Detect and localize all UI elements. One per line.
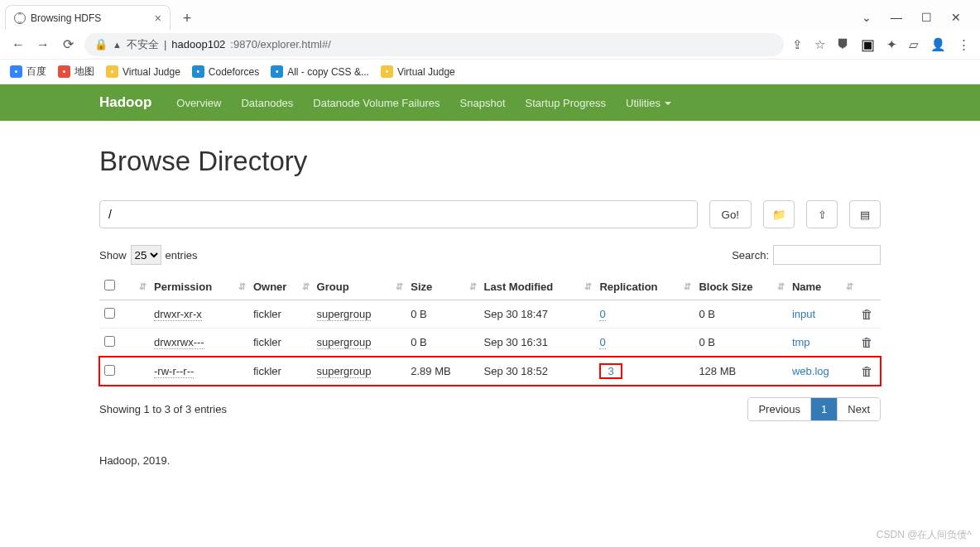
copyright: Hadoop, 2019.: [99, 454, 881, 467]
minimize-icon[interactable]: —: [884, 11, 909, 24]
replication-value[interactable]: 0: [599, 308, 605, 321]
sort-icon[interactable]: ⇵: [584, 281, 589, 292]
star-icon[interactable]: ☆: [814, 37, 825, 52]
file-name-link[interactable]: tmp: [792, 336, 810, 348]
sort-icon[interactable]: ⇵: [777, 281, 782, 292]
lock-icon: 🔒: [94, 38, 108, 50]
page-size-select[interactable]: 25: [131, 245, 161, 265]
nav-snapshot[interactable]: Snapshot: [460, 97, 506, 109]
shield-icon[interactable]: ⛊: [837, 37, 849, 51]
next-page[interactable]: Next: [837, 398, 880, 420]
bookmark-item[interactable]: •Virtual Judge: [381, 65, 455, 78]
owner: fickler: [248, 357, 312, 386]
bookmark-item[interactable]: •Codeforces: [192, 65, 259, 78]
row-checkbox[interactable]: [104, 365, 115, 376]
show-label: Show: [99, 249, 127, 262]
nav-startup[interactable]: Startup Progress: [526, 97, 607, 109]
trash-icon[interactable]: 🗑: [861, 364, 873, 378]
ext1-icon[interactable]: ▣: [861, 36, 875, 54]
pipe: |: [164, 38, 166, 50]
browser-tab[interactable]: Browsing HDFS ×: [5, 5, 171, 30]
url-host: hadoop102: [171, 38, 225, 50]
close-window-icon[interactable]: ✕: [944, 11, 968, 24]
cut-button[interactable]: ▤: [849, 200, 881, 228]
puzzle-icon[interactable]: ✦: [886, 37, 897, 52]
path-input[interactable]: [99, 200, 698, 228]
table-row: -rw-r--r--ficklersupergroup2.89 MBSep 30…: [99, 357, 881, 386]
prev-page[interactable]: Previous: [748, 398, 810, 420]
insecure-label: 不安全: [127, 37, 159, 52]
forward-button[interactable]: →: [35, 37, 51, 52]
url-path: :9870/explorer.html#/: [230, 38, 330, 50]
group: supergroup: [317, 308, 372, 321]
new-tab-button[interactable]: +: [175, 7, 199, 30]
menu-icon[interactable]: ⋮: [958, 37, 970, 52]
bookmark-label: Codeforces: [209, 66, 259, 78]
nav-failures[interactable]: Datanode Volume Failures: [313, 97, 440, 109]
sort-icon[interactable]: ⇵: [396, 281, 401, 292]
sort-icon[interactable]: ⇵: [302, 281, 307, 292]
row-checkbox[interactable]: [104, 336, 115, 347]
upload-button[interactable]: ⇧: [806, 200, 838, 228]
bookmark-item[interactable]: •百度: [10, 65, 46, 79]
col-size[interactable]: Size⇵: [406, 273, 478, 300]
col-last-modified[interactable]: Last Modified⇵: [479, 273, 595, 300]
file-name-link[interactable]: input: [792, 308, 815, 320]
bookmark-item[interactable]: •All - copy CSS &...: [271, 65, 369, 78]
col-permission[interactable]: Permission⇵: [149, 273, 248, 300]
col-replication[interactable]: Replication⇵: [594, 273, 694, 300]
maximize-icon[interactable]: ☐: [914, 11, 939, 24]
ext2-icon[interactable]: ▱: [909, 37, 919, 52]
back-button[interactable]: ←: [10, 37, 26, 52]
page-title: Browse Directory: [99, 146, 881, 177]
reload-button[interactable]: ⟳: [60, 36, 76, 52]
file-name-link[interactable]: web.log: [792, 365, 829, 377]
url-input[interactable]: 🔒 ▲ 不安全 | hadoop102:9870/explorer.html#/: [84, 33, 784, 56]
search-input[interactable]: [773, 245, 881, 265]
sort-icon[interactable]: ⇵: [684, 281, 689, 292]
share-icon[interactable]: ⇪: [792, 37, 803, 52]
col-name[interactable]: Name⇵: [787, 273, 856, 300]
close-icon[interactable]: ×: [155, 12, 161, 25]
table-controls: Show 25 entries Search:: [99, 245, 881, 265]
nav-overview[interactable]: Overview: [176, 97, 221, 109]
sort-icon[interactable]: ⇵: [139, 281, 144, 292]
brand[interactable]: Hadoop: [99, 94, 151, 111]
trash-icon[interactable]: 🗑: [861, 307, 873, 321]
page-1[interactable]: 1: [810, 398, 837, 420]
nav-datanodes[interactable]: Datanodes: [241, 97, 293, 109]
sort-icon[interactable]: ⇵: [846, 281, 851, 292]
path-row: Go! 📁 ⇧ ▤: [99, 200, 881, 228]
folder-icon: 📁: [772, 209, 786, 221]
profile-icon[interactable]: 👤: [930, 37, 946, 52]
table-footer: Showing 1 to 3 of 3 entries Previous 1 N…: [99, 397, 881, 421]
newdir-button[interactable]: 📁: [763, 200, 795, 228]
row-checkbox[interactable]: [104, 308, 115, 319]
chevron-down-icon[interactable]: ⌄: [854, 11, 879, 24]
select-all-checkbox[interactable]: [104, 280, 115, 290]
replication-value[interactable]: 3: [599, 363, 622, 379]
bookmark-item[interactable]: •Virtual Judge: [106, 65, 180, 78]
col-block-size[interactable]: Block Size⇵: [694, 273, 787, 300]
col-group[interactable]: Group⇵: [312, 273, 406, 300]
col-owner[interactable]: Owner⇵: [248, 273, 312, 300]
size: 0 B: [406, 329, 478, 357]
favicon: •: [58, 65, 70, 78]
nav-utilities[interactable]: Utilities: [626, 97, 671, 109]
owner: fickler: [248, 329, 312, 357]
col-label: Owner: [253, 281, 286, 293]
table-row: drwxrwx---ficklersupergroup0 BSep 30 16:…: [99, 329, 881, 357]
search-label: Search:: [732, 249, 769, 262]
sort-icon[interactable]: ⇵: [238, 281, 243, 292]
favicon: •: [271, 65, 283, 78]
favicon: •: [192, 65, 204, 78]
sort-icon[interactable]: ⇵: [469, 281, 474, 292]
trash-icon[interactable]: 🗑: [861, 335, 873, 349]
go-button[interactable]: Go!: [709, 200, 752, 228]
last-modified: Sep 30 18:47: [479, 300, 595, 329]
replication-value[interactable]: 0: [599, 336, 605, 349]
pagination: Previous 1 Next: [747, 397, 881, 421]
globe-icon: [14, 12, 26, 24]
bookmark-item[interactable]: •地图: [58, 65, 94, 79]
last-modified: Sep 30 16:31: [479, 329, 595, 357]
